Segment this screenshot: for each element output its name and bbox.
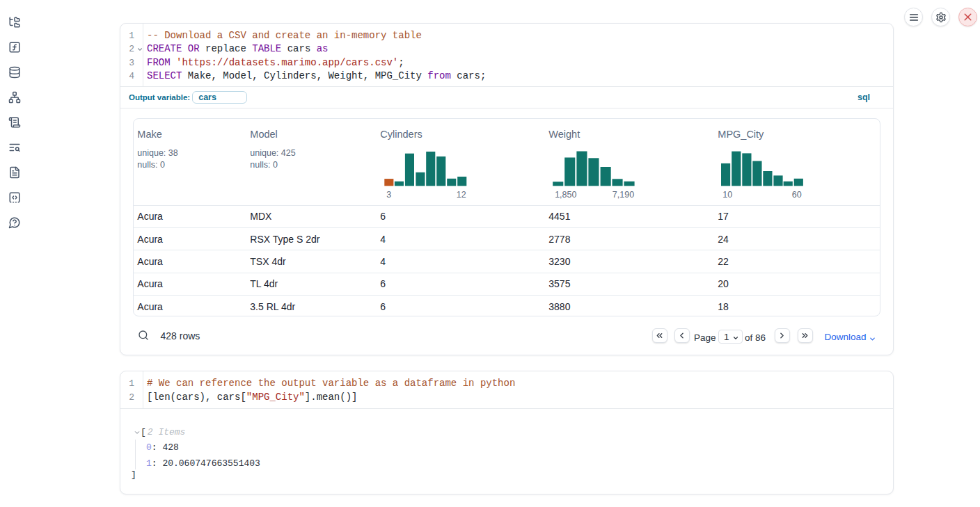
svg-text:3: 3 <box>386 190 391 200</box>
svg-text:1,850: 1,850 <box>555 190 576 200</box>
svg-text:10: 10 <box>722 190 732 200</box>
svg-text:7,190: 7,190 <box>612 190 634 200</box>
svg-text:60: 60 <box>792 190 802 200</box>
svg-text:12: 12 <box>457 190 466 200</box>
